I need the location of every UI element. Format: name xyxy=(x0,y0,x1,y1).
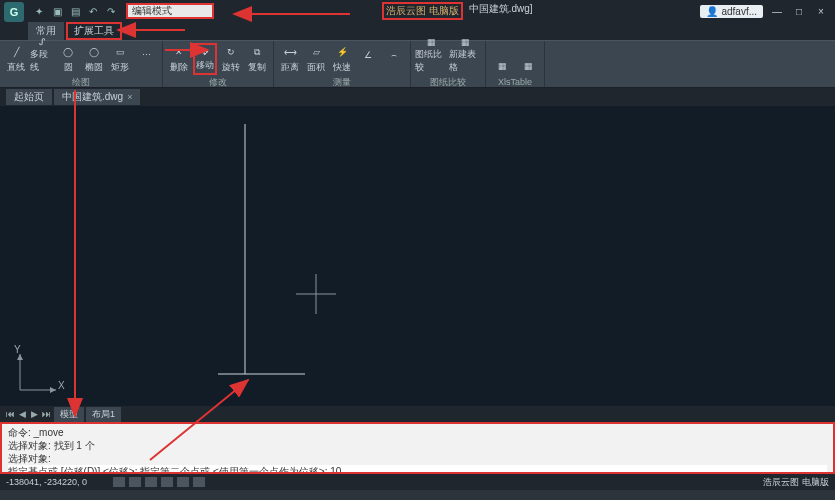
table-icon: ▦ xyxy=(456,37,474,47)
layout-nav-prev[interactable]: ◀ xyxy=(16,409,28,419)
ucs-x-label: X xyxy=(58,380,65,391)
drawing-canvas[interactable]: X Y xyxy=(0,106,835,406)
xls-icon: ▦ xyxy=(493,58,511,74)
ribbon-group-draw: ╱直线 ᔑ多段线 ◯圆 ◯椭圆 ▭矩形 ⋯ 绘图 xyxy=(0,41,163,87)
user-chip[interactable]: 👤 adfavf... xyxy=(700,5,763,18)
rectangle-icon: ▭ xyxy=(111,44,129,60)
menu-tabs: 常用 扩展工具 xyxy=(0,22,835,40)
quick-access-toolbar: ✦ ▣ ▤ ↶ ↷ xyxy=(32,4,118,18)
doc-tab-close-icon[interactable]: × xyxy=(127,92,132,102)
qat-new-icon[interactable]: ✦ xyxy=(32,4,46,18)
command-window[interactable]: 命令: _move 选择对象: 找到 1 个 选择对象: 指定基点或 [位移(D… xyxy=(0,422,835,474)
tool-rectangle[interactable]: ▭矩形 xyxy=(108,43,132,75)
group-label-measure: 测量 xyxy=(278,76,406,88)
toggle-6[interactable] xyxy=(193,477,205,487)
tool-polyline[interactable]: ᔑ多段线 xyxy=(30,43,54,75)
cmd-line-1: 命令: _move xyxy=(8,426,827,439)
polyline-icon: ᔑ xyxy=(33,37,51,47)
distance-icon: ⟷ xyxy=(281,44,299,60)
doc-tab-start[interactable]: 起始页 xyxy=(6,89,52,105)
line-icon: ╱ xyxy=(7,44,25,60)
tool-more-draw[interactable]: ⋯ xyxy=(134,43,158,75)
app-logo[interactable]: G xyxy=(4,2,24,22)
cmd-line-3: 选择对象: xyxy=(8,452,827,465)
tool-angle[interactable]: ∠ xyxy=(356,43,380,75)
title-doc-suffix: 中国建筑.dwg] xyxy=(469,2,533,20)
tool-arc-len[interactable]: ⌢ xyxy=(382,43,406,75)
title-bar: ✦ ▣ ▤ ↶ ↷ 编辑模式 浩辰云图 电脑版 中国建筑.dwg] 👤 adfa… xyxy=(0,0,835,22)
qat-redo-icon[interactable]: ↷ xyxy=(104,4,118,18)
tool-compare[interactable]: ▦图纸比较 xyxy=(415,43,447,75)
tab-model[interactable]: 模型 xyxy=(54,407,84,422)
area-icon: ▱ xyxy=(307,44,325,60)
tool-rotate[interactable]: ↻旋转 xyxy=(219,43,243,75)
group-label-draw: 绘图 xyxy=(4,76,158,88)
circle-icon: ◯ xyxy=(59,44,77,60)
status-right: 浩辰云图 电脑版 xyxy=(763,476,829,489)
toggle-5[interactable] xyxy=(177,477,189,487)
edit-mode-selector[interactable]: 编辑模式 xyxy=(126,3,214,19)
ribbon: ╱直线 ᔑ多段线 ◯圆 ◯椭圆 ▭矩形 ⋯ 绘图 ✕删除 ✥移动 ↻旋转 ⧉复制… xyxy=(0,40,835,88)
layout-nav-next[interactable]: ▶ xyxy=(28,409,40,419)
tool-copy[interactable]: ⧉复制 xyxy=(245,43,269,75)
move-icon: ✥ xyxy=(196,45,214,58)
dots-icon: ⋯ xyxy=(137,47,155,63)
status-coords: -138041, -234220, 0 xyxy=(6,477,87,487)
status-bar: -138041, -234220, 0 浩辰云图 电脑版 xyxy=(0,474,835,490)
ribbon-group-compare: ▦图纸比较 ▦新建表格 图纸比较 xyxy=(411,41,486,87)
compare-icon: ▦ xyxy=(422,37,440,47)
user-name: adfavf... xyxy=(721,6,757,17)
quick-icon: ⚡ xyxy=(333,44,351,60)
tool-xls-2[interactable]: ▦ xyxy=(516,43,540,75)
tool-distance[interactable]: ⟷距离 xyxy=(278,43,302,75)
tool-erase[interactable]: ✕删除 xyxy=(167,43,191,75)
layout-nav-first[interactable]: ⏮ xyxy=(4,409,16,419)
tool-newtable[interactable]: ▦新建表格 xyxy=(449,43,481,75)
ribbon-group-modify: ✕删除 ✥移动 ↻旋转 ⧉复制 修改 xyxy=(163,41,274,87)
ucs-y-label: Y xyxy=(14,344,21,355)
ellipse-icon: ◯ xyxy=(85,44,103,60)
document-tabs: 起始页 中国建筑.dwg × xyxy=(0,88,835,106)
group-label-xlstable: XlsTable xyxy=(490,76,540,88)
tool-xls-1[interactable]: ▦ xyxy=(490,43,514,75)
model-layout-tabs: ⏮ ◀ ▶ ⏭ 模型 布局1 xyxy=(0,406,835,422)
tab-extend-tools[interactable]: 扩展工具 xyxy=(66,22,122,40)
cmd-line-2: 选择对象: 找到 1 个 xyxy=(8,439,827,452)
layout-nav-last[interactable]: ⏭ xyxy=(40,409,52,419)
tool-move[interactable]: ✥移动 xyxy=(193,43,217,75)
copy-icon: ⧉ xyxy=(248,44,266,60)
status-toggles xyxy=(113,477,205,487)
xls-icon: ▦ xyxy=(519,58,537,74)
cmd-line-active[interactable]: 指定基点或 [位移(D)] <位移>: 指定第二个点或 <使用第一个点作为位移>… xyxy=(8,465,827,474)
toggle-1[interactable] xyxy=(113,477,125,487)
toggle-3[interactable] xyxy=(145,477,157,487)
tab-layout1[interactable]: 布局1 xyxy=(86,407,121,422)
app-brand: 浩辰云图 电脑版 xyxy=(382,2,463,20)
arc-icon: ⌢ xyxy=(385,47,403,63)
group-label-compare: 图纸比较 xyxy=(415,76,481,88)
tool-circle[interactable]: ◯圆 xyxy=(56,43,80,75)
toggle-4[interactable] xyxy=(161,477,173,487)
ucs-indicator: X Y xyxy=(14,350,60,398)
ribbon-group-xlstable: ▦ ▦ XlsTable xyxy=(486,41,545,87)
tool-quick[interactable]: ⚡快速 xyxy=(330,43,354,75)
qat-open-icon[interactable]: ▣ xyxy=(50,4,64,18)
maximize-button[interactable]: □ xyxy=(789,4,809,18)
group-label-modify: 修改 xyxy=(167,76,269,88)
toggle-2[interactable] xyxy=(129,477,141,487)
doc-tab-label: 中国建筑.dwg xyxy=(62,90,123,104)
edit-mode-label: 编辑模式 xyxy=(132,4,172,18)
tool-ellipse[interactable]: ◯椭圆 xyxy=(82,43,106,75)
drawing-content xyxy=(0,106,835,406)
svg-marker-6 xyxy=(50,387,56,393)
tool-area[interactable]: ▱面积 xyxy=(304,43,328,75)
qat-undo-icon[interactable]: ↶ xyxy=(86,4,100,18)
doc-tab-active[interactable]: 中国建筑.dwg × xyxy=(54,89,140,105)
qat-save-icon[interactable]: ▤ xyxy=(68,4,82,18)
tool-line[interactable]: ╱直线 xyxy=(4,43,28,75)
rotate-icon: ↻ xyxy=(222,44,240,60)
minimize-button[interactable]: — xyxy=(767,4,787,18)
angle-icon: ∠ xyxy=(359,47,377,63)
close-button[interactable]: × xyxy=(811,4,831,18)
user-icon: 👤 xyxy=(706,6,718,17)
